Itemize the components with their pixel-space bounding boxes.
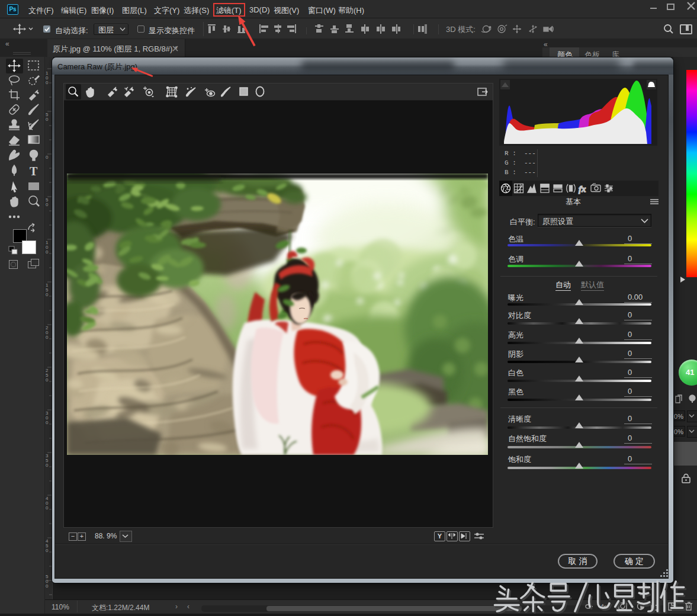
- svg-text:0: 0: [46, 505, 49, 511]
- svg-text:0: 0: [46, 202, 49, 207]
- svg-text:3D 模式:: 3D 模式:: [446, 25, 476, 34]
- svg-text:T: T: [30, 165, 38, 178]
- svg-text:0: 0: [46, 377, 49, 383]
- svg-text:0: 0: [46, 420, 49, 425]
- svg-text:0: 0: [46, 292, 49, 297]
- svg-text:0: 0: [46, 249, 49, 255]
- svg-text:0: 0: [46, 548, 49, 553]
- svg-text:0: 0: [46, 583, 49, 589]
- svg-text:0: 0: [46, 155, 49, 160]
- svg-text:0: 0: [46, 117, 49, 122]
- svg-text:0: 0: [46, 335, 49, 340]
- svg-text:fx: fx: [579, 184, 586, 194]
- svg-text:0: 0: [46, 463, 49, 468]
